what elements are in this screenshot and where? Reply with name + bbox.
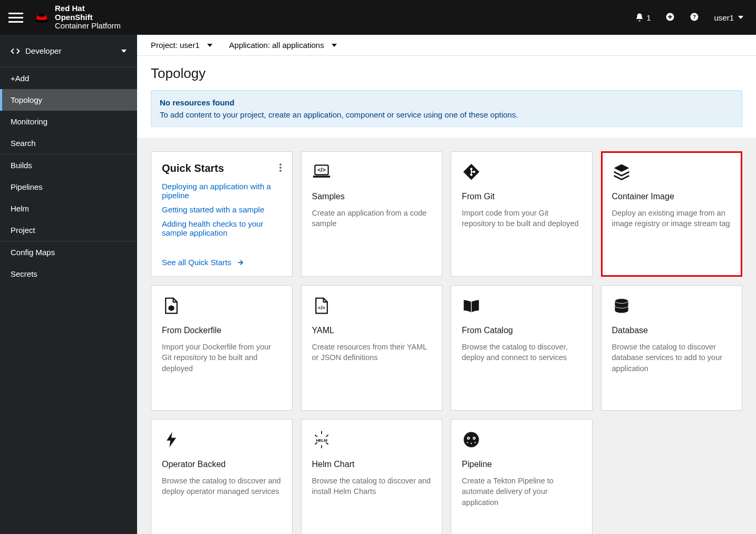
card-from-git[interactable]: From Git Import code from your Git repos… [451, 151, 593, 277]
card-title: Database [612, 326, 732, 335]
help-icon: ? [690, 12, 699, 22]
chevron-down-icon [738, 16, 743, 19]
svg-point-32 [471, 443, 472, 444]
database-icon [612, 296, 631, 315]
card-title: YAML [312, 326, 432, 335]
project-prefix: Project: [151, 41, 180, 50]
user-menu[interactable]: user1 [714, 13, 743, 22]
application-selector[interactable]: Application: all applications [229, 41, 337, 50]
add-button[interactable] [665, 12, 675, 23]
helm-icon: HELM [312, 430, 331, 449]
main: Project: user1 Application: all applicat… [137, 35, 756, 534]
card-desc: Browse the catalog to discover database … [612, 342, 732, 374]
sidebar-item-configmaps[interactable]: Config Maps [0, 241, 137, 263]
bolt-icon [162, 430, 181, 449]
card-desc: Import code from your Git repository to … [462, 208, 581, 229]
card-desc: Deploy an existing image from an image r… [612, 208, 732, 229]
card-title: From Dockerfile [162, 326, 282, 335]
add-cards-grid: Quick Starts Deploying an application wi… [137, 138, 756, 534]
sidebar-item-pipelines[interactable]: Pipelines [0, 176, 137, 198]
masthead: Red Hat OpenShift Container Platform 1 ?… [0, 0, 756, 35]
notification-count: 1 [646, 13, 651, 22]
layers-icon [612, 162, 631, 181]
svg-point-33 [474, 442, 476, 443]
sidebar-item-topology[interactable]: Topology [0, 89, 137, 111]
svg-point-1 [38, 14, 45, 17]
alert-body: To add content to your project, create a… [160, 110, 733, 119]
file-code-icon: </> [312, 296, 331, 315]
svg-text:HELM: HELM [316, 438, 327, 443]
svg-text:?: ? [693, 13, 696, 20]
help-button[interactable]: ? [690, 12, 699, 23]
redhat-logo-icon [34, 12, 50, 23]
quickstart-link[interactable]: Adding health checks to your sample appl… [162, 219, 282, 237]
card-operator-backed[interactable]: Operator Backed Browse the catalog to di… [151, 419, 293, 534]
project-value: user1 [180, 41, 200, 50]
plus-circle-icon [665, 12, 675, 22]
card-title: Operator Backed [162, 460, 282, 469]
card-desc: Create an application from a code sample [312, 208, 432, 229]
quickstarts-card: Quick Starts Deploying an application wi… [151, 151, 293, 277]
brand: Red Hat OpenShift Container Platform [34, 4, 121, 31]
svg-point-31 [467, 442, 468, 443]
svg-line-23 [315, 442, 317, 444]
card-from-dockerfile[interactable]: From Dockerfile Import your Dockerfile f… [151, 285, 293, 411]
svg-text:</>: </> [317, 167, 326, 173]
card-title: Helm Chart [312, 460, 432, 469]
project-selector[interactable]: Project: user1 [151, 41, 212, 50]
quickstart-link[interactable]: Deploying an application with a pipeline [162, 182, 282, 200]
svg-line-21 [315, 435, 317, 437]
quickstart-link[interactable]: Getting started with a sample [162, 205, 282, 214]
svg-point-7 [279, 170, 282, 172]
sidebar-item-helm[interactable]: Helm [0, 198, 137, 219]
git-icon [462, 162, 481, 181]
svg-line-24 [326, 435, 328, 437]
card-title: From Git [462, 192, 581, 201]
chevron-down-icon [121, 50, 127, 53]
svg-point-5 [279, 163, 282, 166]
sidebar-item-add[interactable]: +Add [0, 67, 137, 89]
sidebar-item-secrets[interactable]: Secrets [0, 263, 137, 285]
app-value: all applications [272, 41, 324, 50]
card-title: Samples [312, 192, 432, 201]
tekton-icon [462, 430, 481, 449]
kebab-menu-button[interactable] [279, 162, 282, 174]
sidebar-item-builds[interactable]: Builds [0, 154, 137, 176]
card-desc: Browse the catalog to discover, deploy a… [462, 342, 581, 363]
chevron-down-icon [332, 44, 337, 47]
sidebar-item-monitoring[interactable]: Monitoring [0, 111, 137, 132]
quickstarts-title: Quick Starts [162, 162, 224, 174]
sidebar-item-search[interactable]: Search [0, 132, 137, 154]
brand-line1a: Red Hat [55, 4, 85, 13]
user-label: user1 [714, 13, 734, 22]
svg-line-22 [326, 442, 328, 444]
file-cube-icon [162, 296, 181, 315]
see-all-quickstarts[interactable]: See all Quick Starts [162, 258, 282, 267]
svg-point-6 [279, 167, 282, 169]
card-database[interactable]: Database Browse the catalog to discover … [601, 285, 743, 411]
info-alert: No resources found To add content to you… [151, 90, 742, 127]
svg-text:</>: </> [317, 305, 325, 310]
card-helm-chart[interactable]: HELM Helm Chart Browse the catalog to di… [301, 419, 443, 534]
nav-toggle-button[interactable] [8, 10, 23, 25]
brand-line1b: OpenShift [55, 13, 93, 22]
card-title: Pipeline [462, 460, 581, 469]
card-yaml[interactable]: </> YAML Create resources from their YAM… [301, 285, 443, 411]
sidebar-item-project[interactable]: Project [0, 219, 137, 241]
bell-icon [635, 13, 644, 22]
notifications-button[interactable]: 1 [635, 13, 651, 22]
svg-point-26 [464, 432, 479, 448]
brand-sub: Container Platform [55, 21, 121, 30]
card-desc: Create resources from their YAML or JSON… [312, 342, 432, 363]
page-title: Topology [151, 65, 742, 82]
card-pipeline[interactable]: Pipeline Create a Tekton Pipeline to aut… [451, 419, 593, 534]
app-prefix: Application: [229, 41, 273, 50]
card-container-image[interactable]: Container Image Deploy an existing image… [601, 151, 743, 277]
context-bar: Project: user1 Application: all applicat… [137, 35, 756, 56]
card-samples[interactable]: </> Samples Create an application from a… [301, 151, 443, 277]
laptop-icon: </> [312, 162, 331, 181]
alert-title: No resources found [160, 98, 733, 107]
svg-rect-10 [313, 176, 329, 178]
card-from-catalog[interactable]: From Catalog Browse the catalog to disco… [451, 285, 593, 411]
perspective-switcher[interactable]: Developer [0, 35, 137, 67]
